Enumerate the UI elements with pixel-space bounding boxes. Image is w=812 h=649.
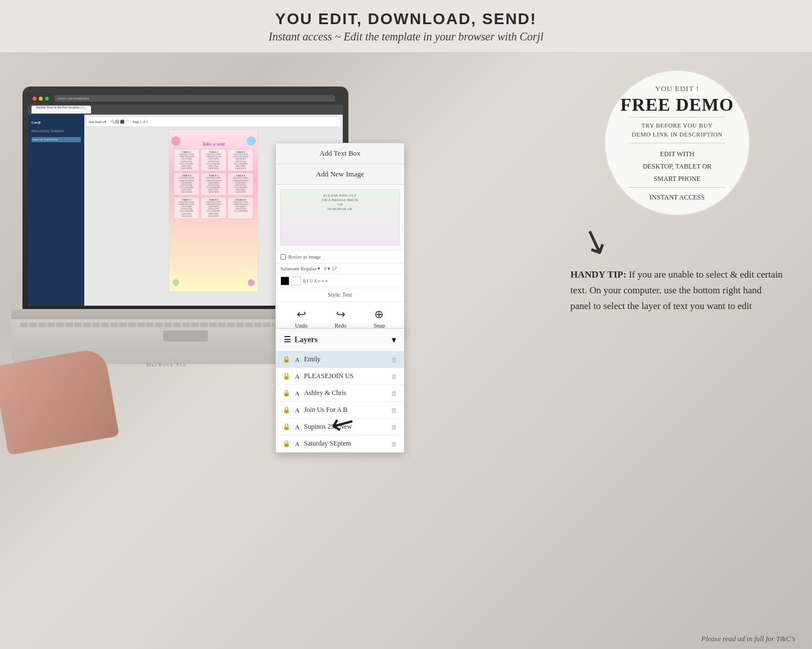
corjl-sidebar: Corjl MoocayParty Templates Order Id: 15… — [28, 115, 84, 306]
key — [101, 323, 109, 327]
sidebar-templates: MoocayParty Templates — [28, 127, 84, 135]
divider-1 — [629, 117, 726, 117]
free-demo-edit-with: EDIT WITH — [660, 149, 694, 159]
floral-decoration-tr — [241, 130, 258, 158]
floral-decoration-tl — [169, 130, 186, 158]
style-text-label: Style: Text — [328, 292, 352, 298]
key — [182, 323, 190, 327]
redo-tool[interactable]: ↪ Redo — [335, 307, 347, 329]
top-banner: YOU EDIT, DOWNLOAD, SEND! Instant access… — [0, 0, 812, 53]
formatting-icons: B I U A ≡ ≡ ≡ — [303, 279, 328, 284]
browser-tabs: Termin Your in the free location | C... — [28, 105, 343, 115]
seating-tables-grid: TABLE 1 SAMANTHA JONESCARRIE BRADSHAWJAS… — [171, 149, 256, 219]
layer-type-a: A — [295, 407, 300, 414]
delete-icon[interactable]: 🗑 — [391, 390, 397, 397]
key — [29, 323, 37, 327]
color-swatch-white[interactable] — [292, 276, 301, 285]
resize-as-image-checkbox[interactable] — [280, 254, 286, 260]
free-demo-you-edit: YOU EDIT ! — [655, 84, 699, 93]
color-swatch-black[interactable] — [280, 276, 289, 285]
lock-icon: 🔒 — [283, 389, 291, 397]
add-new-image-button[interactable]: Add New Image — [276, 164, 404, 185]
free-demo-circle: YOU EDIT ! FREE DEMO TRY BEFORE YOU BUY … — [604, 70, 750, 216]
lock-icon: 🔒 — [283, 373, 291, 380]
key — [263, 323, 271, 327]
add-text-box-button[interactable]: Add Text Box — [276, 143, 404, 164]
order-id: Order Id: 1509758194 — [31, 137, 81, 142]
key — [92, 323, 100, 327]
url-bar[interactable]: corjl.com/templates — [55, 95, 335, 102]
trackpad — [163, 330, 208, 342]
minimize-dot — [39, 97, 43, 101]
browser-tab[interactable]: Termin Your in the free location | C... — [31, 106, 91, 114]
list-item[interactable]: 🔒 A PLEASEJOIN US 🗑 — [276, 368, 404, 385]
layer-type-a: A — [295, 356, 300, 363]
invitation-preview-card: PLEASE JOIN US F OR A BRIDAL BRUN CH IN … — [280, 189, 400, 246]
key — [218, 323, 226, 327]
free-demo-platforms: DESKTOP, TABLET OR — [643, 161, 712, 171]
invitation-preview: PLEASE JOIN US F OR A BRIDAL BRUN CH IN … — [276, 185, 404, 251]
key — [227, 323, 235, 327]
style-text-row: Style: Text — [276, 288, 404, 302]
lock-icon: 🔒 — [283, 440, 291, 447]
key — [119, 323, 127, 327]
handy-tip-text: HANDY TIP: If you are unable to select &… — [570, 267, 784, 314]
key — [137, 323, 145, 327]
free-demo-line2: DEMO LINK IN DESCRIPTION — [632, 130, 723, 139]
maximize-dot — [45, 97, 49, 101]
font-select-label: Salamant Regular ▾ — [280, 266, 320, 271]
font-options: Salamant Regular ▾ 9 ▾ 17 — [276, 264, 404, 274]
key — [209, 323, 217, 327]
corjl-logo: Corjl — [28, 118, 84, 127]
divider-2 — [629, 143, 726, 143]
editor-toolbar: best fond it ▾ 🔍 🔠 ⬛ 📄 Page 1 of 1 — [87, 117, 341, 127]
layer-type-a: A — [295, 373, 300, 380]
banner-subtitle: Instant access ~ Edit the template in yo… — [0, 30, 812, 43]
table-block: TABLE 8 SAMANTHA JONESCARRIE BRADSHAWJAS… — [201, 197, 226, 219]
hand — [0, 347, 119, 455]
undo-tool[interactable]: ↩ Undo — [295, 307, 307, 329]
divider-3 — [629, 187, 726, 188]
table-block: TABLE 2 SAMANTHA JONESCARRIE BRADSHAWJAS… — [201, 149, 226, 171]
table-block: CHARLES SAMANTHA JONESCARRIE BRADSHAWJAS… — [228, 197, 253, 219]
delete-icon[interactable]: 🗑 — [391, 373, 397, 380]
table-block: TABLE 7 SAMANTHA JONESCARRIE BRADSHAWJAS… — [174, 197, 199, 219]
snap-icon: ⊕ — [374, 307, 384, 321]
layers-title: ☰ Layers — [284, 335, 317, 344]
macbook-label: MacBook Pro — [146, 362, 187, 367]
key — [110, 323, 118, 327]
main-area: corjl.com/templates Termin Your in the f… — [0, 53, 812, 649]
key — [254, 323, 262, 327]
delete-icon[interactable]: 🗑 — [391, 424, 397, 430]
key — [146, 323, 154, 327]
table-block: TABLE 6 SAMANTHA JONESCARRIE BRADSHAWJAS… — [228, 173, 253, 195]
browser-chrome: corjl.com/templates — [28, 92, 343, 105]
snap-tool[interactable]: ⊕ Snap — [374, 307, 385, 329]
seating-chart-doc: Take a seat TABLE 1 SAMANTHA JONESCARRIE… — [169, 129, 258, 292]
right-side-content: YOU EDIT ! FREE DEMO TRY BEFORE YOU BUY … — [570, 70, 784, 314]
layers-icon: ☰ — [284, 335, 291, 344]
key — [56, 323, 64, 327]
key — [245, 323, 253, 327]
delete-icon[interactable]: 🗑 — [391, 407, 397, 414]
list-item[interactable]: 🔒 A Emily 🗑 — [276, 351, 404, 368]
list-item[interactable]: 🔒 A Ashley & Chris 🗑 — [276, 385, 404, 402]
key — [65, 323, 73, 327]
floral-decoration-br — [241, 269, 258, 292]
table-block: TABLE 5 SAMANTHA JONESCARRIE BRADSHAWJAS… — [201, 173, 226, 195]
close-dot — [33, 97, 37, 101]
layer-name-ashley-chris: Ashley & Chris — [304, 389, 387, 397]
bottom-note: Please read ad in full for T&C's — [701, 634, 795, 643]
layer-name: PLEASEJOIN US — [304, 372, 387, 380]
key — [20, 323, 28, 327]
key — [83, 323, 91, 327]
key — [47, 323, 55, 327]
key — [164, 323, 172, 327]
key — [173, 323, 181, 327]
delete-icon[interactable]: 🗑 — [391, 441, 397, 447]
delete-icon[interactable]: 🗑 — [391, 356, 397, 363]
layers-label: Layers — [294, 335, 317, 344]
table-block: TABLE 4 SAMANTHA JONESCARRIE BRADSHAWJAS… — [174, 173, 199, 195]
layer-type-a: A — [295, 390, 300, 397]
free-demo-instant-access: INSTANT ACCESS — [650, 193, 705, 202]
